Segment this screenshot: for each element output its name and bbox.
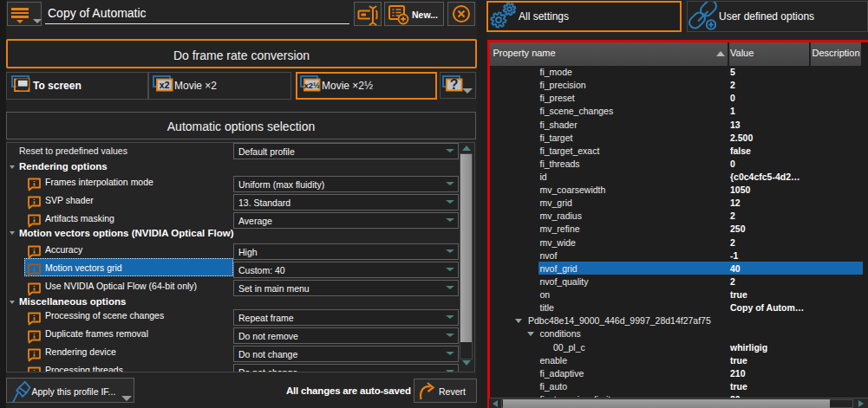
svg-text:x2½: x2½	[303, 81, 320, 90]
svg-text:?: ?	[450, 77, 459, 92]
svg-text:x2: x2	[160, 80, 170, 90]
